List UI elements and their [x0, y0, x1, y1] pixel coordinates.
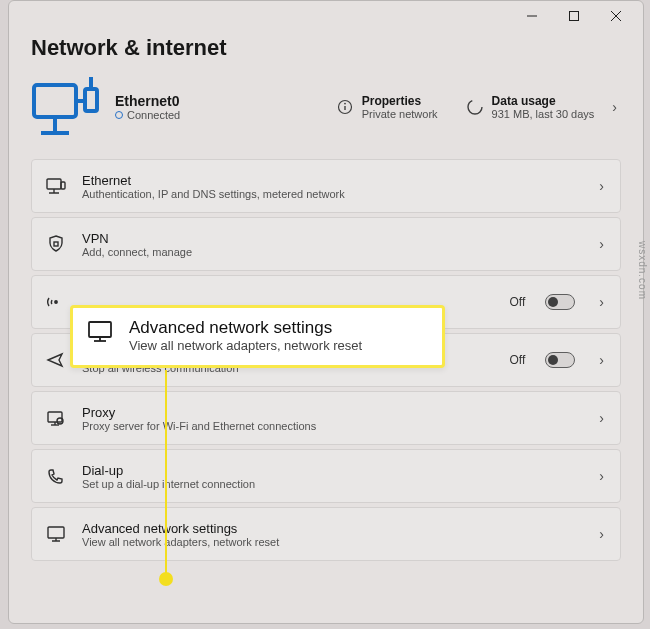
close-button[interactable]: [595, 2, 637, 30]
chevron-right-icon: ›: [595, 410, 608, 426]
callout-arrow: [165, 370, 167, 575]
data-usage-icon: [466, 98, 484, 116]
titlebar: [9, 1, 643, 31]
svg-point-12: [344, 103, 346, 105]
svg-rect-14: [47, 179, 61, 189]
airplane-toggle[interactable]: [545, 352, 575, 368]
monitor-icon: [87, 318, 115, 348]
shield-icon: [44, 234, 68, 254]
chevron-right-icon: ›: [595, 178, 608, 194]
dialup-item[interactable]: Dial-up Set up a dial-up internet connec…: [31, 449, 621, 503]
svg-point-19: [55, 301, 57, 303]
watermark: wsxdn.com: [637, 241, 648, 300]
svg-rect-24: [48, 527, 64, 538]
airplane-icon: [44, 351, 68, 369]
callout-subtitle: View all network adapters, network reset: [129, 338, 362, 353]
svg-rect-18: [54, 242, 58, 246]
network-status-row: Ethernet0 Connected Properties Private n…: [31, 75, 621, 139]
svg-point-13: [468, 100, 482, 114]
monitor-icon: [44, 525, 68, 543]
phone-icon: [44, 467, 68, 485]
data-usage-button[interactable]: Data usage 931 MB, last 30 days: [466, 94, 595, 120]
connection-status: Connected: [115, 109, 322, 121]
ethernet-icon: [44, 177, 68, 195]
svg-rect-27: [89, 322, 111, 337]
hotspot-toggle[interactable]: [545, 294, 575, 310]
page-title: Network & internet: [31, 35, 621, 61]
globe-icon: [115, 111, 123, 119]
chevron-right-icon: ›: [595, 526, 608, 542]
maximize-button[interactable]: [553, 2, 595, 30]
proxy-item[interactable]: Proxy Proxy server for Wi-Fi and Etherne…: [31, 391, 621, 445]
proxy-icon: [44, 409, 68, 427]
info-icon: [336, 98, 354, 116]
svg-rect-20: [48, 412, 62, 422]
svg-rect-4: [34, 85, 76, 117]
minimize-button[interactable]: [511, 2, 553, 30]
ethernet-item[interactable]: Ethernet Authentication, IP and DNS sett…: [31, 159, 621, 213]
chevron-right-icon: ›: [595, 468, 608, 484]
properties-button[interactable]: Properties Private network: [336, 94, 438, 120]
vpn-item[interactable]: VPN Add, connect, manage ›: [31, 217, 621, 271]
callout-title: Advanced network settings: [129, 318, 362, 338]
network-name: Ethernet0: [115, 93, 322, 109]
svg-rect-1: [570, 12, 579, 21]
callout-arrow-dot: [159, 572, 173, 586]
chevron-right-icon: ›: [595, 294, 608, 310]
hotspot-icon: [44, 293, 68, 311]
chevron-right-icon: ›: [608, 99, 621, 115]
svg-rect-17: [61, 182, 65, 189]
advanced-network-item[interactable]: Advanced network settings View all netwo…: [31, 507, 621, 561]
chevron-right-icon: ›: [595, 352, 608, 368]
callout-advanced-network: Advanced network settings View all netwo…: [70, 305, 445, 368]
chevron-right-icon: ›: [595, 236, 608, 252]
network-computer-icon: [31, 75, 101, 139]
svg-rect-7: [85, 89, 97, 111]
